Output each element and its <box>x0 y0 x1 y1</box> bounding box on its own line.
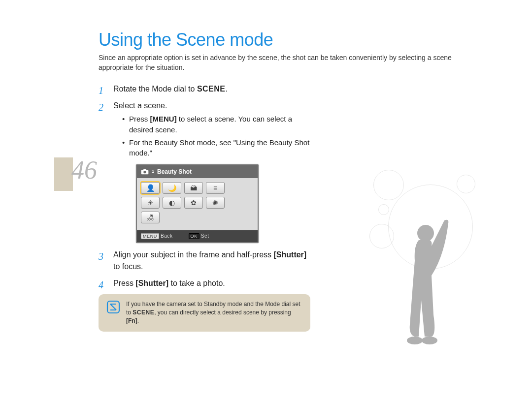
camera-screen-header: 1 Beauty Shot <box>137 165 258 178</box>
ok-tag: OK <box>189 233 200 239</box>
step-number: 4 <box>99 278 103 292</box>
step-number: 1 <box>99 83 103 98</box>
scene-label: SCENE <box>133 309 154 316</box>
svg-point-5 <box>407 337 423 344</box>
page-tab <box>54 157 73 191</box>
svg-point-6 <box>422 337 437 344</box>
scene-option-dawn[interactable]: ◐ <box>163 197 181 209</box>
shutter-key: [Shutter] <box>274 250 307 259</box>
footer-back-group: MENUBack <box>141 232 173 240</box>
scene-option-night[interactable]: 🌙 <box>163 182 181 194</box>
scene-option-closeup[interactable]: ✿ <box>184 197 203 209</box>
child-silhouette <box>384 216 458 349</box>
step-number: 2 <box>99 100 103 115</box>
scene-option-text[interactable]: ≡ <box>206 182 225 194</box>
camera-screen-body: 👤 🌙 🏔 ≡ ☀ ◐ ✿ ✺ 🏖 <box>137 178 258 230</box>
camera-screen-footer: MENUBack OKSet <box>137 230 258 242</box>
page-number: 46 <box>71 155 97 185</box>
page-title: Using the Scene mode <box>99 30 532 50</box>
scene-option-landscape[interactable]: 🏔 <box>184 182 203 194</box>
step-2: 2 Select a scene. Press [MENU] to select… <box>99 100 310 243</box>
fn-key: [Fn] <box>126 317 137 324</box>
note-text: If you have the camera set to Standby mo… <box>126 300 302 326</box>
step-3-text: Align your subject in the frame and half… <box>113 250 306 271</box>
step-1-text: Rotate the Mode dial to SCENE. <box>113 85 228 93</box>
svg-rect-1 <box>143 169 146 171</box>
menu-key: [MENU] <box>150 115 177 123</box>
shutter-key: [Shutter] <box>135 279 168 287</box>
camera-icon <box>141 169 149 175</box>
scene-label: SCENE <box>197 85 226 93</box>
info-note: If you have the camera set to Standby mo… <box>99 294 310 332</box>
scene-option-beauty[interactable]: 👤 <box>141 182 160 194</box>
camera-screen: 1 Beauty Shot 👤 🌙 🏔 ≡ ☀ ◐ <box>136 164 259 243</box>
step-2-text: Select a scene. <box>113 101 167 110</box>
step-3: 3 Align your subject in the frame and ha… <box>99 249 310 273</box>
camera-header-title: Beauty Shot <box>157 167 192 176</box>
scene-option-firework[interactable]: ✺ <box>206 197 225 209</box>
step-number: 3 <box>99 249 103 264</box>
menu-tag: MENU <box>141 233 159 239</box>
step-4: 4 Press [Shutter] to take a photo. <box>99 278 310 289</box>
svg-point-4 <box>417 225 434 242</box>
step-2-bullet-2: For the Beauty Shot mode, see "Using the… <box>122 137 310 159</box>
camera-header-sub: 1 <box>152 168 154 175</box>
step-4-text: Press [Shutter] to take a photo. <box>113 279 225 287</box>
lead-paragraph: Since an appropriate option is set in ad… <box>99 53 483 72</box>
svg-point-2 <box>143 171 146 173</box>
step-1: 1 Rotate the Mode dial to SCENE. <box>99 83 310 95</box>
note-icon <box>106 300 120 314</box>
scene-option-sunset[interactable]: ☀ <box>141 197 160 209</box>
step-2-bullet-1: Press [MENU] to select a scene. You can … <box>122 114 310 135</box>
footer-set-group: OKSet <box>189 232 209 240</box>
scene-option-beach[interactable]: 🏖 <box>141 212 160 223</box>
